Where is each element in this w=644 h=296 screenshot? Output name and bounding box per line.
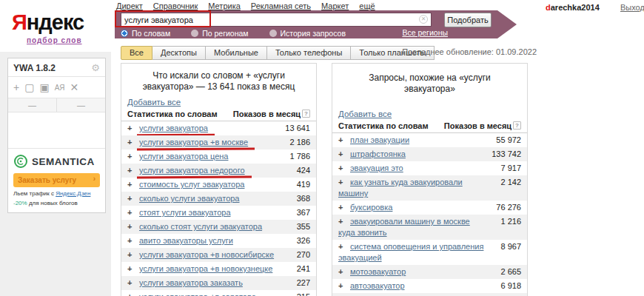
add-all-link[interactable]: Добавить все (127, 98, 181, 107)
nav-link-0[interactable]: Директ (116, 1, 143, 10)
nav-link-3[interactable]: Рекламная сеть (251, 1, 311, 10)
add-keyword-icon[interactable]: + (338, 216, 343, 227)
add-keyword-icon[interactable]: + (338, 266, 343, 278)
add-keyword-icon[interactable]: + (338, 280, 343, 292)
tab-2[interactable]: Мобильные (206, 46, 267, 60)
keyword-link[interactable]: стоимость услуг эвакуатора (139, 180, 244, 189)
nav-link-5[interactable]: ещё (359, 1, 375, 10)
ywa-counters: —— (8, 98, 105, 112)
keyword-link[interactable]: эвакуировали машину в москве куда звонит… (338, 217, 470, 237)
last-update-label: Последнее обновление: 01.09.2022 (396, 47, 537, 56)
keyword-link[interactable]: услуги эвакуатора недорого (139, 166, 245, 175)
top-nav: ДиректСправочникМетрикаРекламная сетьМар… (116, 1, 386, 10)
add-keyword-icon[interactable]: + (127, 123, 132, 134)
submit-button[interactable]: Подобрать (444, 13, 492, 27)
add-keyword-icon[interactable]: + (127, 151, 132, 162)
help-icon[interactable]: ? (302, 110, 310, 118)
add-keyword-icon[interactable]: + (127, 193, 132, 204)
yandex-logo[interactable]: Яндекс (12, 10, 84, 35)
add-keyword-icon[interactable]: + (338, 177, 343, 188)
keyword-link[interactable]: услуги эвакуатора +в саратове (139, 292, 256, 296)
wordstat-home-link[interactable]: подбор слов (27, 36, 82, 44)
shows-count: 419 (297, 179, 310, 190)
tab-1[interactable]: Десктопы (152, 46, 206, 60)
keyword-link[interactable]: эвакуация это (350, 164, 403, 172)
add-keyword-icon[interactable]: + (127, 221, 132, 232)
keyword-link[interactable]: услуги эвакуатора +в новокузнецке (139, 264, 272, 273)
ywa-version-label: YWA 1.8.2 (13, 63, 56, 73)
add-keyword-icon[interactable]: + (338, 163, 343, 174)
keyword-link[interactable]: штрафстоянка (350, 149, 406, 158)
keyword-link[interactable]: система оповещения и управления эвакуаци… (338, 242, 483, 262)
add-keyword-icon[interactable]: + (127, 292, 132, 296)
radio-icon[interactable] (269, 30, 277, 37)
shows-count: 76 276 (496, 202, 521, 213)
mode-radio-1[interactable]: По регионам (191, 29, 248, 38)
alphabet-sort-icon[interactable]: АЯ (55, 84, 65, 92)
keyword-link[interactable]: услуги эвакуатора +в новосибирске (139, 250, 274, 259)
keyword-link[interactable]: план эвакуации (350, 135, 409, 144)
keyword-link[interactable]: услуги эвакуатора цена (139, 152, 228, 161)
nav-link-1[interactable]: Справочник (153, 1, 198, 10)
keyword-link[interactable]: стоят услуги эвакуатора (139, 208, 231, 217)
zen-link[interactable]: Яндекс.Дзен (56, 190, 90, 197)
mode-radio-2[interactable]: История запросов (269, 29, 346, 38)
nav-link-2[interactable]: Метрика (208, 1, 241, 10)
all-regions-link[interactable]: Все регионы (392, 28, 448, 37)
add-keyword-icon[interactable]: + (127, 207, 132, 218)
keyword-link[interactable]: автоэвакуатор (350, 281, 405, 290)
radio-icon[interactable] (191, 30, 198, 37)
add-keyword-icon[interactable]: + (338, 202, 343, 213)
counter-cell-0: — (8, 98, 57, 112)
chevron-right-icon: › (93, 175, 95, 183)
left-panel-title: Что искали со словом + «услуги эвакуатор… (133, 70, 304, 92)
tab-3[interactable]: Только телефоны (267, 46, 351, 60)
radio-selected-icon[interactable] (121, 30, 128, 37)
help-icon[interactable]: ? (513, 121, 521, 130)
keyword-link[interactable]: услуги эвакуатора заказать (139, 278, 243, 287)
add-keyword-icon[interactable]: + (127, 235, 132, 246)
semantica-logo-icon (13, 154, 28, 169)
table-row: +услуги эвакуатора +в саратове215 (121, 290, 316, 296)
tab-0[interactable]: Все (121, 46, 152, 60)
keyword-link[interactable]: авито эвакуаторы услуги (139, 236, 233, 245)
close-icon[interactable]: ✕ (70, 81, 79, 93)
keyword-link[interactable]: сколько услуги эвакуатора (139, 194, 240, 203)
table-row: +услуги эвакуатора13 641 (121, 121, 316, 135)
keyword-link[interactable]: мотоэвакуатор (350, 267, 406, 276)
counter-cell-1: — (57, 98, 105, 112)
keyword-link[interactable]: как узнать куда эвакуировали машину (338, 178, 463, 198)
add-keyword-icon[interactable]: + (127, 179, 132, 190)
add-keyword-icon[interactable]: + (338, 135, 343, 146)
nav-link-4[interactable]: Маркет (321, 1, 349, 10)
add-keyword-icon[interactable]: + (338, 241, 343, 252)
order-service-button[interactable]: Заказать услугу› (13, 173, 100, 187)
right-keyword-rows: +план эвакуации55 972+штрафстоянка133 74… (332, 133, 527, 296)
clear-input-icon[interactable]: ✕ (419, 15, 428, 24)
add-keyword-icon[interactable]: + (127, 263, 132, 275)
mode-radio-0[interactable]: По словам (121, 29, 170, 38)
ywa-toolbar: +▢▣АЯ✕ (8, 77, 105, 98)
keyword-link[interactable]: сколько стоят услуги эвакуатора (139, 222, 262, 231)
add-keyword-icon[interactable]: + (338, 149, 343, 160)
logout-link[interactable]: Выход (620, 3, 644, 12)
add-keyword-icon[interactable]: + (127, 249, 132, 260)
add-all-link[interactable]: Добавить все (338, 110, 392, 118)
table-row: +стоят услуги эвакуатора367 (121, 206, 316, 220)
add-keyword-icon[interactable]: + (127, 137, 132, 148)
gear-icon[interactable]: ⚙ (91, 62, 100, 73)
keyword-link[interactable]: услуги эвакуатора +в москве (139, 138, 248, 147)
table-row: +как узнать куда эвакуировали машину2 14… (332, 175, 527, 201)
add-keyword-icon[interactable]: + (127, 165, 132, 176)
table-row: +автоэвакуатор6 918 (332, 279, 527, 293)
username[interactable]: darechka2014 (546, 3, 600, 12)
search-input[interactable] (121, 13, 432, 27)
copy-list-icon[interactable]: ▣ (39, 81, 49, 93)
keyword-link[interactable]: услуги эвакуатора (139, 124, 208, 132)
keyword-link[interactable]: буксировка (350, 203, 392, 212)
shows-count: 355 (297, 221, 310, 232)
add-keyword-icon[interactable]: + (127, 278, 132, 289)
add-icon[interactable]: + (13, 81, 19, 93)
table-row: +план эвакуации55 972 (332, 133, 527, 147)
copy-icon[interactable]: ▢ (24, 81, 34, 93)
